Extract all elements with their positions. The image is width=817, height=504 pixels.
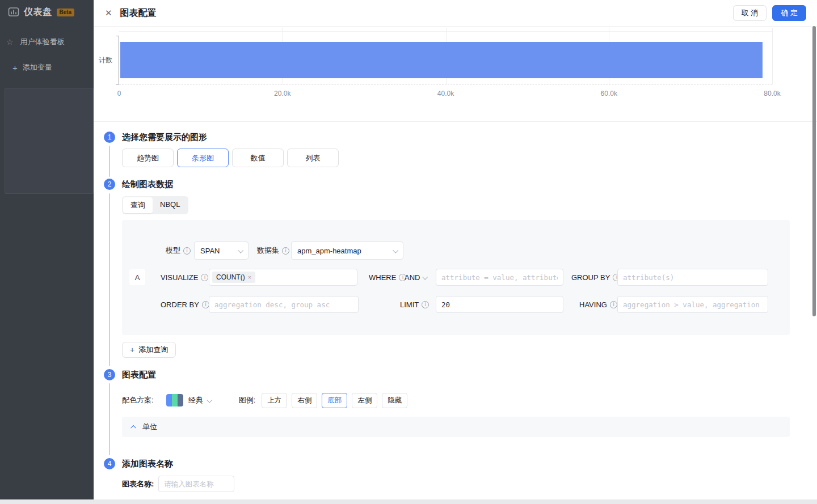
info-icon: i	[422, 301, 429, 308]
tab-nbql[interactable]: NBQL	[153, 197, 187, 213]
step1-number: 1	[104, 132, 115, 143]
chevron-down-icon	[393, 247, 398, 253]
sidebar-header: 仪表盘 Beta	[0, 0, 94, 18]
info-icon: i	[282, 247, 289, 255]
where-operator-select[interactable]: AND	[405, 269, 427, 286]
chart-type-trend[interactable]: 趋势图	[122, 149, 174, 167]
legend-right-button[interactable]: 右侧	[292, 393, 317, 408]
plus-icon: +	[130, 345, 134, 354]
where-label: WHERE i	[369, 269, 406, 286]
color-scheme-label: 配色方案:	[122, 395, 154, 405]
having-label: HAVING i	[579, 296, 617, 313]
sidebar: 仪表盘 Beta ☆ 用户体验看板 + 添加变量	[0, 0, 94, 499]
cancel-button[interactable]: 取 消	[733, 5, 767, 21]
step2-title: 绘制图表数据	[122, 179, 173, 190]
x-tick: 40.0k	[437, 90, 454, 98]
model-label: 模型 i	[166, 242, 191, 260]
add-query-button[interactable]: + 添加查询	[122, 342, 176, 358]
step3-title: 图表配置	[122, 370, 156, 380]
legend-bottom-button[interactable]: 底部	[322, 393, 347, 408]
chevron-down-icon	[423, 274, 428, 279]
chart-bar	[120, 42, 763, 78]
legend-hide-button[interactable]: 隐藏	[382, 393, 407, 408]
sidebar-item-label: 添加变量	[23, 62, 52, 73]
model-select[interactable]: SPAN	[194, 242, 249, 260]
order-by-input[interactable]	[209, 296, 359, 313]
tab-query[interactable]: 查询	[123, 197, 153, 213]
step2-number: 2	[104, 179, 115, 190]
where-input[interactable]	[436, 269, 563, 286]
color-scheme-value[interactable]: 经典	[188, 395, 203, 405]
info-icon: i	[201, 274, 208, 281]
query-mode-tabs: 查询 NBQL	[122, 196, 188, 214]
step-connector	[109, 383, 110, 455]
chart-type-options: 趋势图 条形图 数值 列表	[122, 149, 339, 167]
plus-icon: +	[12, 63, 18, 72]
close-icon[interactable]: ✕	[103, 7, 115, 19]
limit-label: LIMIT i	[400, 296, 429, 313]
chart-style-row: 配色方案: 经典 图例: 上方 右侧 底部 左侧 隐藏	[122, 393, 407, 408]
legend-left-button[interactable]: 左侧	[352, 393, 377, 408]
visualize-input[interactable]: COUNT() ×	[209, 269, 357, 286]
x-tick: 60.0k	[601, 90, 617, 98]
query-row-visualize: A VISUALIZE i COUNT() × WHERE i AND	[122, 269, 790, 286]
y-axis-label: 计数	[99, 56, 112, 65]
sidebar-item-favorite-board[interactable]: ☆ 用户体验看板	[0, 37, 94, 47]
plot-area: 计数	[119, 31, 772, 85]
gridline	[772, 28, 773, 84]
chart-config-modal: ✕ 图表配置 取 消 确 定 计数 0 20.0k 40.0k 6	[94, 0, 817, 499]
chevron-down-icon	[238, 247, 243, 253]
vertical-scrollbar[interactable]	[812, 26, 816, 316]
group-by-input[interactable]	[617, 269, 768, 286]
chart-type-list[interactable]: 列表	[287, 149, 339, 167]
x-tick: 80.0k	[764, 90, 780, 98]
chart-type-number[interactable]: 数值	[232, 149, 284, 167]
sidebar-item-add-variable[interactable]: + 添加变量	[0, 62, 94, 73]
unit-section-label: 单位	[142, 422, 157, 432]
color-scheme-swatch[interactable]	[166, 394, 183, 406]
x-tick: 0	[117, 90, 121, 98]
step4-title: 添加图表名称	[122, 459, 173, 469]
query-row-model: 模型 i SPAN 数据集 i apm_apm-heatmap	[122, 242, 790, 260]
app-badge: Beta	[57, 9, 75, 16]
chevron-up-icon	[130, 425, 136, 430]
query-row-id: A	[129, 269, 145, 285]
modal-title: 图表配置	[120, 7, 157, 19]
step1-title: 选择您需要展示的图形	[122, 132, 207, 143]
chart-name-label: 图表名称:	[122, 479, 154, 489]
query-row-orderby: ORDER BY i LIMIT i HAVING i	[122, 296, 790, 313]
confirm-button[interactable]: 确 定	[772, 5, 806, 21]
star-icon: ☆	[6, 38, 14, 46]
having-input[interactable]	[617, 296, 768, 313]
step3-number: 3	[104, 369, 115, 380]
order-by-label: ORDER BY i	[161, 296, 209, 313]
dashboard-icon	[8, 7, 19, 18]
modal-header: ✕ 图表配置 取 消 确 定	[94, 0, 817, 27]
info-icon: i	[610, 301, 617, 308]
x-tick: 20.0k	[274, 90, 290, 98]
group-by-label: GROUP BY i	[571, 269, 620, 286]
dataset-select[interactable]: apm_apm-heatmap	[291, 242, 403, 260]
info-icon: i	[202, 301, 209, 308]
visualize-tag: COUNT() ×	[212, 272, 255, 283]
chart-name-input[interactable]	[158, 476, 234, 492]
step-connector	[109, 193, 110, 366]
unit-section-header[interactable]: 单位	[122, 417, 790, 437]
legend-label: 图例:	[239, 395, 256, 405]
sidebar-item-label: 用户体验看板	[20, 37, 65, 47]
dataset-label: 数据集 i	[257, 242, 289, 260]
legend-position-options: 上方 右侧 底部 左侧 隐藏	[262, 393, 407, 408]
legend-top-button[interactable]: 上方	[262, 393, 287, 408]
chevron-down-icon	[207, 397, 212, 403]
chart-preview: 计数 0 20.0k 40.0k 60.0k 80.0k	[94, 27, 817, 122]
remove-tag-icon[interactable]: ×	[248, 274, 251, 281]
chart-type-bar[interactable]: 条形图	[177, 149, 229, 167]
x-axis-ticks: 0 20.0k 40.0k 60.0k 80.0k	[119, 90, 772, 99]
visualize-label: VISUALIZE i	[161, 269, 208, 286]
step-connector	[109, 146, 110, 177]
limit-input[interactable]	[436, 296, 563, 313]
chart-name-row: 图表名称:	[122, 476, 234, 492]
dimmed-dashboard-card	[5, 88, 94, 194]
info-icon: i	[183, 247, 191, 255]
screen: 仪表盘 Beta ☆ 用户体验看板 + 添加变量 ✕ 图表配置 取 消 确 定	[0, 0, 817, 504]
